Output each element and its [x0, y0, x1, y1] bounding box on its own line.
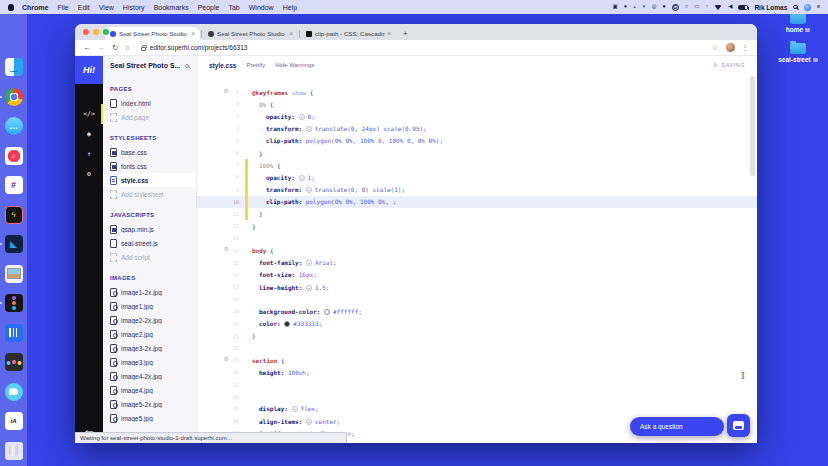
code-line-20[interactable]: 20color: #333333; — [197, 318, 757, 330]
preview-icon[interactable]: ◉ — [75, 124, 103, 144]
dock-slack-icon[interactable]: # — [5, 176, 23, 194]
apple-menu-icon[interactable] — [8, 4, 14, 11]
toggle-value-icon[interactable] — [299, 175, 305, 181]
forward-icon[interactable]: → — [98, 44, 106, 52]
zoom-window-button[interactable] — [103, 29, 109, 35]
dock-chrome-icon[interactable] — [5, 88, 23, 106]
status-dot-icon[interactable]: ● — [624, 4, 627, 10]
file-item[interactable]: image1.jpg — [103, 299, 196, 313]
code-line-12[interactable]: 12} — [197, 220, 757, 232]
toggle-value-icon[interactable] — [306, 419, 312, 425]
code-line-1[interactable]: 1⚙@keyframes show { — [197, 86, 757, 98]
color-swatch-icon[interactable] — [284, 321, 290, 327]
wifi-icon[interactable] — [714, 5, 722, 10]
rule-editor-icon[interactable]: ⚙ — [224, 88, 228, 95]
spotlight-search-icon[interactable] — [793, 5, 798, 10]
volume-icon[interactable]: ◀ — [728, 4, 732, 10]
menu-tab[interactable]: Tab — [228, 4, 239, 11]
chat-widget-button[interactable] — [727, 414, 750, 437]
code-area[interactable]: 1⚙@keyframes show {20% {3opacity: 0;4tra… — [197, 74, 757, 443]
up-arrow-icon[interactable]: ↑ — [705, 4, 708, 10]
dock-iawriter-icon[interactable]: iA — [5, 412, 23, 430]
code-line-26[interactable]: 26 — [197, 391, 757, 403]
url-text[interactable]: editor.superhi.com/projects/66313 — [150, 44, 248, 51]
code-line-2[interactable]: 20% { — [197, 98, 757, 110]
dock-vscode-icon[interactable]: ◣ — [5, 235, 23, 253]
editor-scrollbar[interactable] — [750, 76, 755, 176]
file-item[interactable]: image5-2x.jpg — [103, 397, 196, 411]
browser-menu-icon[interactable]: ⋮ — [742, 44, 750, 52]
code-line-3[interactable]: 3opacity: 0; — [197, 110, 757, 122]
project-search-icon[interactable] — [185, 62, 190, 69]
code-line-7[interactable]: 7100% { — [197, 159, 757, 171]
add-file-button[interactable]: Add stylesheet — [103, 187, 196, 201]
file-item[interactable]: image5.jpg — [103, 411, 196, 425]
tab-close-icon[interactable]: × — [191, 30, 195, 37]
open-file-tab[interactable]: style.css — [209, 62, 236, 69]
google-account-icon[interactable]: G — [672, 4, 679, 11]
screen-mirroring-icon[interactable]: ▣ — [613, 4, 618, 10]
browser-tab-2[interactable]: Seal Street Photo Studio× — [203, 27, 298, 40]
project-title[interactable]: Seal Street Photo S... — [110, 62, 182, 69]
code-line-5[interactable]: 5clip-path: polygon(0% 0%, 100% 0, 100% … — [197, 135, 757, 147]
battery-icon[interactable] — [738, 5, 748, 10]
add-file-button[interactable]: Add page — [103, 110, 196, 124]
menu-view[interactable]: View — [99, 4, 114, 11]
close-window-button[interactable] — [83, 29, 89, 35]
battery-percent-icon[interactable]: ◒ — [633, 4, 636, 10]
menu-edit[interactable]: Edit — [78, 4, 90, 11]
ask-question-button[interactable]: Ask a question — [630, 417, 724, 436]
code-line-21[interactable]: 21} — [197, 330, 757, 342]
code-view-icon[interactable]: </> — [75, 104, 103, 124]
file-item[interactable]: style.css — [103, 173, 196, 187]
file-item[interactable]: gsap.min.js — [103, 222, 196, 236]
display-icon[interactable]: ▭ — [694, 4, 699, 10]
camera-icon[interactable]: ◎ — [652, 4, 657, 10]
tab-close-icon[interactable]: × — [289, 30, 293, 37]
code-line-27[interactable]: 27display: flex; — [197, 403, 757, 415]
code-line-6[interactable]: 6} — [197, 147, 757, 159]
toggle-value-icon[interactable] — [306, 187, 312, 193]
home-icon[interactable]: ⌂ — [125, 44, 130, 52]
toggle-value-icon[interactable] — [292, 406, 298, 412]
dock-trash-icon[interactable] — [5, 442, 23, 460]
code-line-25[interactable]: 25 — [197, 379, 757, 391]
code-line-11[interactable]: 11} — [197, 208, 757, 220]
minimize-window-button[interactable] — [93, 29, 99, 35]
code-line-16[interactable]: 16font-size: 16px; — [197, 269, 757, 281]
menu-help[interactable]: Help — [283, 4, 297, 11]
desktop-folder-home[interactable]: home — [768, 13, 828, 33]
dock-music-icon[interactable]: ♪ — [5, 147, 23, 165]
address-bar[interactable]: editor.superhi.com/projects/66313 — [137, 44, 705, 51]
profile-avatar[interactable] — [726, 43, 735, 52]
dock-finder-icon[interactable] — [5, 58, 23, 76]
menu-user[interactable]: Rik Lomas — [754, 4, 787, 11]
browser-tab-1[interactable]: Seal Street Photo Studio - Su...× — [105, 27, 200, 40]
file-item[interactable]: base.css — [103, 145, 196, 159]
status-circle-icon[interactable]: ● — [663, 4, 666, 10]
reload-icon[interactable]: ↻ — [112, 44, 118, 52]
sync-icon[interactable]: ○ — [685, 4, 688, 10]
prettify-button[interactable]: Prettify — [246, 62, 265, 68]
file-item[interactable]: image2.jpg — [103, 327, 196, 341]
file-item[interactable]: seal-street.js — [103, 236, 196, 250]
code-line-15[interactable]: 15font-family: Arial; — [197, 257, 757, 269]
code-line-8[interactable]: 8opacity: 1; — [197, 171, 757, 183]
bookmark-star-icon[interactable]: ☆ — [712, 44, 719, 52]
menu-people[interactable]: People — [198, 4, 220, 11]
file-item[interactable]: image3.jpg — [103, 355, 196, 369]
dock-messages-icon[interactable]: … — [5, 117, 23, 135]
dock-figma-icon[interactable] — [5, 294, 23, 312]
file-item[interactable]: index.html — [103, 96, 196, 110]
desktop-folder-seal-street[interactable]: seal-street — [768, 43, 828, 63]
file-item[interactable]: image2-2x.jpg — [103, 313, 196, 327]
dock-intercom-icon[interactable] — [5, 324, 23, 342]
code-line-13[interactable]: 13 — [197, 232, 757, 244]
siri-icon[interactable] — [804, 4, 811, 11]
dock-twitter-icon[interactable] — [5, 383, 23, 401]
menu-window[interactable]: Window — [249, 4, 274, 11]
settings-icon[interactable]: ⚙ — [75, 164, 103, 184]
back-icon[interactable]: ← — [83, 44, 91, 52]
file-item[interactable]: image1-2x.jpg — [103, 285, 196, 299]
rule-editor-icon[interactable]: ⚙ — [224, 356, 228, 363]
